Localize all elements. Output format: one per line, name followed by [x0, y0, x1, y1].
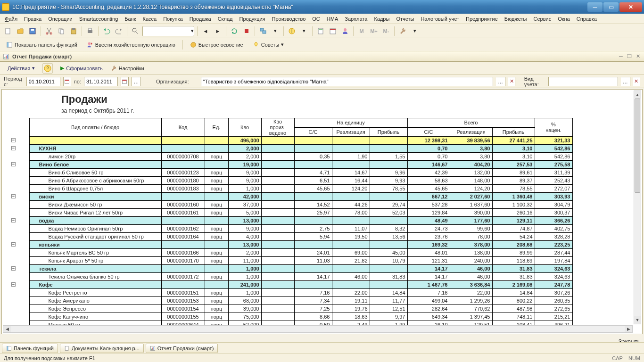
menu-reports[interactable]: Отчеты — [393, 15, 417, 23]
copy-icon[interactable] — [56, 26, 66, 36]
taskbtn-docs[interactable]: Документы Калькуляция р... — [60, 344, 144, 353]
horizontal-scrollbar[interactable]: ◀ ▶ — [3, 325, 633, 333]
tips-button[interactable]: Советы ▾ — [249, 40, 287, 49]
memory-mplus-icon[interactable]: M+ — [369, 26, 379, 36]
search-dropdown[interactable]: ▾ — [142, 26, 194, 36]
menu-windows[interactable]: Окна — [555, 15, 573, 23]
menu-tax[interactable]: Налоговый учет — [418, 15, 462, 23]
user-icon[interactable] — [340, 26, 350, 36]
show-panel-button[interactable]: Показать панель функций — [3, 40, 81, 49]
window-maximize-button[interactable]: ▭ — [603, 2, 619, 12]
help-round-icon[interactable]: ? — [42, 63, 53, 74]
scroll-down-icon[interactable]: ▼ — [634, 316, 641, 324]
tools-dropdown-icon[interactable]: ▾ — [410, 26, 420, 36]
stop-icon[interactable] — [241, 26, 252, 36]
settings-button[interactable]: Настройки — [110, 65, 144, 72]
tree-collapse-icon[interactable]: − — [11, 194, 16, 198]
redo-icon[interactable] — [114, 26, 124, 36]
svg-rect-12 — [245, 29, 248, 33]
menu-smartaccounting[interactable]: Smartaccounting — [76, 15, 121, 23]
tools-icon[interactable] — [397, 26, 408, 36]
menu-staff[interactable]: Кадры — [371, 15, 392, 23]
svg-text:?: ? — [46, 66, 49, 71]
window-minimize-button[interactable]: ─ — [587, 2, 603, 12]
windows-icon[interactable] — [258, 26, 268, 36]
menu-os[interactable]: ОС — [309, 15, 323, 23]
period-to-calendar-icon[interactable] — [121, 77, 129, 86]
menu-nma[interactable]: НМА — [324, 15, 341, 23]
doc-restore-icon[interactable]: ❐ — [626, 53, 633, 59]
org-select-button[interactable]: … — [496, 77, 505, 86]
cascade-icon[interactable]: ▾ — [270, 26, 281, 36]
menu-products[interactable]: Продукция — [237, 15, 268, 23]
taskbtn-panel[interactable]: Панель функций — [2, 344, 58, 353]
view-input[interactable] — [548, 77, 618, 86]
view-clear-button[interactable]: ✕ — [633, 77, 640, 86]
menu-sales[interactable]: Продажа — [187, 15, 214, 23]
menu-edit[interactable]: Правка — [21, 15, 44, 23]
menu-service[interactable]: Сервис — [531, 15, 554, 23]
menu-operations[interactable]: Операции — [45, 15, 75, 23]
taskbtn-report[interactable]: Отчет Продажи (смарт) — [146, 344, 218, 353]
period-select-button[interactable]: … — [132, 77, 141, 86]
refresh-icon[interactable] — [229, 26, 239, 36]
scroll-thumb[interactable] — [635, 99, 640, 193]
search-icon[interactable] — [130, 26, 140, 36]
scroll-left-icon[interactable]: ◀ — [3, 326, 11, 332]
calc-icon[interactable] — [315, 26, 326, 36]
calendar-icon[interactable] — [328, 26, 338, 36]
tree-collapse-icon[interactable]: − — [11, 282, 16, 287]
help-icon[interactable]: i — [287, 26, 297, 36]
print-icon[interactable] — [85, 26, 95, 36]
period-from-calendar-icon[interactable] — [63, 77, 71, 86]
doc-close-icon[interactable]: ✕ — [635, 53, 641, 59]
status-cap: CAP — [612, 355, 623, 361]
quick-learn-button[interactable]: Быстрое освоение — [187, 40, 247, 49]
enter-operation-button[interactable]: Ввести хозяйственную операцию — [83, 40, 179, 49]
memory-m-icon[interactable]: M — [356, 26, 367, 36]
th-kvo: Кво — [228, 118, 261, 137]
view-select-button[interactable]: … — [621, 77, 630, 86]
memory-mminus-icon[interactable]: M- — [381, 26, 391, 36]
th-unit-cc: С/С — [294, 127, 332, 137]
window-close-button[interactable]: ✕ — [619, 2, 642, 12]
menu-budgets[interactable]: Бюджеты — [502, 15, 530, 23]
save-icon[interactable] — [27, 26, 38, 36]
scroll-up-icon[interactable]: ▲ — [634, 91, 641, 99]
menu-production[interactable]: Производство — [269, 15, 309, 23]
generate-button[interactable]: ▶ Сформировать — [57, 64, 107, 72]
actions-dropdown[interactable]: Действия▾ — [4, 64, 39, 72]
menu-warehouse[interactable]: Склад — [215, 15, 236, 23]
tree-collapse-icon[interactable]: − — [11, 218, 16, 222]
cut-icon[interactable] — [44, 26, 54, 36]
menu-salary[interactable]: Зарплата — [342, 15, 370, 23]
svg-rect-42 — [153, 347, 154, 350]
period-from-input[interactable] — [26, 77, 60, 86]
tree-collapse-icon[interactable]: − — [11, 146, 16, 150]
nav-back-icon[interactable]: ◄ — [200, 26, 211, 36]
menu-bank[interactable]: Банк — [122, 15, 139, 23]
menu-file[interactable]: Файл — [2, 15, 20, 23]
help-dropdown-icon[interactable]: ▾ — [299, 26, 309, 36]
menu-company[interactable]: Предприятие — [463, 15, 501, 23]
org-clear-button[interactable]: ✕ — [508, 77, 515, 86]
menu-cash[interactable]: Касса — [140, 15, 159, 23]
svg-point-11 — [132, 28, 136, 32]
open-icon[interactable] — [15, 26, 25, 36]
doc-minimize-icon[interactable]: ─ — [618, 53, 624, 59]
paste-icon[interactable] — [68, 26, 79, 36]
nav-fwd-icon[interactable]: ► — [213, 26, 223, 36]
tree-collapse-icon[interactable]: − — [11, 242, 16, 247]
vertical-scrollbar[interactable]: ▲ ▼ — [634, 90, 641, 324]
new-icon[interactable] — [3, 26, 13, 36]
table-row: Кофе Американо00000000153порц68,0007,341… — [10, 297, 572, 305]
menu-help[interactable]: Справка — [574, 15, 600, 23]
scroll-right-icon[interactable]: ▶ — [625, 326, 632, 332]
undo-icon[interactable] — [101, 26, 112, 36]
tree-collapse-icon[interactable]: − — [11, 266, 16, 271]
period-to-input[interactable] — [84, 77, 118, 86]
menu-purchase[interactable]: Покупка — [160, 15, 186, 23]
tree-collapse-icon[interactable]: − — [11, 162, 16, 166]
org-input[interactable] — [201, 77, 493, 86]
tree-collapse-icon[interactable]: − — [11, 138, 16, 142]
